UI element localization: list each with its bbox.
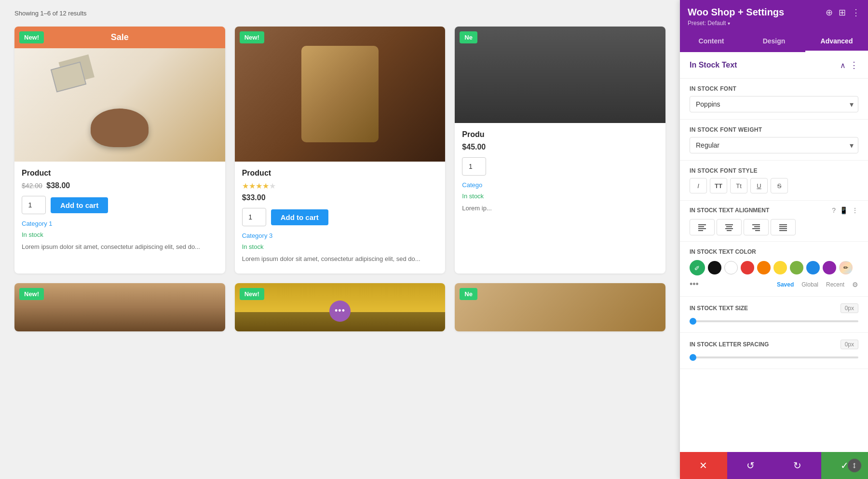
style-capitalize-btn[interactable]: Tt (730, 178, 747, 193)
product-image-2: New! (235, 27, 446, 162)
style-strikethrough-btn[interactable]: S (771, 178, 788, 193)
color-swatch-lime[interactable] (790, 261, 803, 274)
product-info-2: Product ★★★★★ $33.00 Add to cart Categor… (235, 162, 446, 274)
color-swatch-custom[interactable]: ✏ (839, 261, 853, 274)
category-link-2[interactable]: Category 3 (242, 232, 438, 239)
panel-header: Woo Shop + Settings ⊕ ⊞ ⋮ Preset: Defaul… (680, 0, 868, 31)
font-select[interactable]: Poppins Roboto Open Sans Lato Montserrat (690, 96, 858, 112)
add-to-cart-btn-2[interactable]: Add to cart (271, 209, 328, 225)
in-stock-3: In stock (462, 192, 658, 200)
text-size-value: 0px (841, 303, 858, 313)
qty-input-3[interactable] (462, 157, 486, 176)
font-weight-select[interactable]: Thin Extra Light Light Regular Medium Se… (690, 137, 858, 153)
alignment-label: In Stock Text Alignment (690, 207, 769, 214)
panel-title: Woo Shop + Settings (688, 7, 784, 18)
alignment-label-row: In Stock Text Alignment ? 📱 ⋮ (690, 206, 858, 214)
add-to-cart-row-3 (462, 157, 658, 176)
color-gear-icon[interactable]: ⚙ (852, 281, 858, 288)
font-weight-select-wrap: Thin Extra Light Light Regular Medium Se… (690, 137, 858, 153)
price-new-2: $33.00 (242, 193, 266, 202)
color-tab-global[interactable]: Global (801, 281, 818, 288)
color-tab-recent[interactable]: Recent (826, 281, 844, 288)
color-section-label: In Stock Text Color (690, 248, 858, 255)
panel-body: In Stock Text ∧ ⋮ In Stock Font Poppins … (680, 52, 868, 452)
align-center-btn[interactable] (717, 219, 742, 235)
style-uppercase-btn[interactable]: TT (710, 178, 727, 193)
panel-footer: ✕ ↺ ↻ ✓ (680, 452, 868, 479)
alignment-more-icon[interactable]: ⋮ (852, 206, 858, 214)
text-size-thumb[interactable] (690, 318, 696, 325)
product-card-1: Sale New! Product $42.00 $38.00 Add to c… (14, 27, 225, 274)
color-tab-saved[interactable]: Saved (777, 281, 794, 288)
product-card-4: New! (14, 283, 225, 331)
align-justify-btn[interactable] (771, 219, 796, 235)
in-stock-1: In stock (22, 231, 218, 238)
product-name-2: Product (242, 169, 438, 178)
font-style-field-group: In Stock Font Style I TT Tt U S (680, 161, 868, 201)
more-icon[interactable]: ⋮ (852, 7, 860, 18)
cancel-button[interactable]: ✕ (680, 452, 727, 479)
color-section: In Stock Text Color ✏ ✏ ••• Saved Glob (680, 242, 868, 297)
font-style-row: I TT Tt U S (690, 178, 858, 193)
product-name-3: Produ (462, 130, 658, 139)
add-to-cart-btn-1[interactable]: Add to cart (51, 197, 108, 213)
align-right-btn[interactable] (744, 219, 769, 235)
color-footer: ••• Saved Global Recent ⚙ (690, 279, 858, 289)
product-info-3: Produ $45.00 Catego In stock Lorem ip... (455, 123, 665, 223)
redo-button[interactable]: ↻ (774, 452, 821, 479)
letter-spacing-slider-wrap (690, 353, 858, 362)
preset-label[interactable]: Preset: Default (688, 20, 726, 27)
grid-icon[interactable]: ⊞ (839, 7, 846, 18)
text-size-section: In Stock Text Size 0px (680, 297, 868, 333)
preset-caret[interactable]: ▾ (728, 21, 730, 26)
font-weight-field-group: In Stock Font Weight Thin Extra Light Li… (680, 120, 868, 161)
new-badge-6: Ne (460, 288, 477, 300)
tab-content[interactable]: Content (680, 31, 743, 52)
color-swatch-purple[interactable] (823, 261, 836, 274)
color-swatch-orange[interactable] (757, 261, 771, 274)
text-size-label-row: In Stock Text Size 0px (690, 303, 858, 313)
new-badge-1: New! (19, 31, 44, 43)
product-desc-2: Lorem ipsum dolor sit amet, consectetur … (242, 254, 438, 264)
alignment-help-icon[interactable]: ? (832, 206, 836, 214)
color-more-icon[interactable]: ••• (690, 279, 699, 289)
category-link-3[interactable]: Catego (462, 181, 658, 189)
text-size-slider-wrap (690, 317, 858, 326)
color-swatch-red[interactable] (741, 261, 754, 274)
section-dots-icon[interactable]: ⋮ (850, 60, 858, 70)
alignment-section: In Stock Text Alignment ? 📱 ⋮ (680, 201, 868, 242)
category-link-1[interactable]: Category 1 (22, 220, 218, 227)
style-underline-btn[interactable]: U (750, 178, 768, 193)
section-title: In Stock Text (690, 61, 737, 69)
color-swatch-yellow[interactable] (773, 261, 787, 274)
new-badge-4: New! (19, 288, 44, 300)
undo-button[interactable]: ↺ (727, 452, 774, 479)
tab-advanced[interactable]: Advanced (805, 31, 868, 52)
section-controls: ∧ ⋮ (840, 60, 858, 70)
qty-input-2[interactable] (242, 208, 266, 226)
section-toggle-icon[interactable]: ∧ (840, 61, 846, 70)
product-desc-1: Lorem ipsum dolor sit amet, consectetur … (22, 242, 218, 252)
target-icon[interactable]: ⊕ (826, 7, 833, 18)
more-options-button[interactable]: ••• (329, 301, 351, 322)
color-swatch-blue[interactable] (806, 261, 820, 274)
new-badge-2: New! (240, 31, 264, 43)
qty-input-1[interactable] (22, 196, 46, 214)
results-count: Showing 1–6 of 12 results (14, 10, 665, 17)
letter-spacing-track (690, 356, 858, 358)
color-swatch-active-green[interactable]: ✏ (690, 260, 705, 275)
color-swatch-white[interactable] (724, 261, 738, 274)
align-left-btn[interactable] (690, 219, 715, 235)
product-image-6: Ne (455, 283, 665, 331)
alignment-device-icon[interactable]: 📱 (840, 206, 848, 214)
product-grid: Sale New! Product $42.00 $38.00 Add to c… (14, 27, 665, 331)
price-new-1: $38.00 (46, 181, 70, 190)
color-swatch-black[interactable] (708, 261, 721, 274)
style-italic-btn[interactable]: I (690, 178, 707, 193)
in-stock-2: In stock (242, 243, 438, 250)
text-size-label: In Stock Text Size (690, 305, 748, 312)
preset-row: Preset: Default ▾ (688, 20, 860, 27)
tab-design[interactable]: Design (743, 31, 805, 52)
letter-spacing-thumb[interactable] (690, 354, 696, 361)
price-old-1: $42.00 (22, 182, 42, 190)
